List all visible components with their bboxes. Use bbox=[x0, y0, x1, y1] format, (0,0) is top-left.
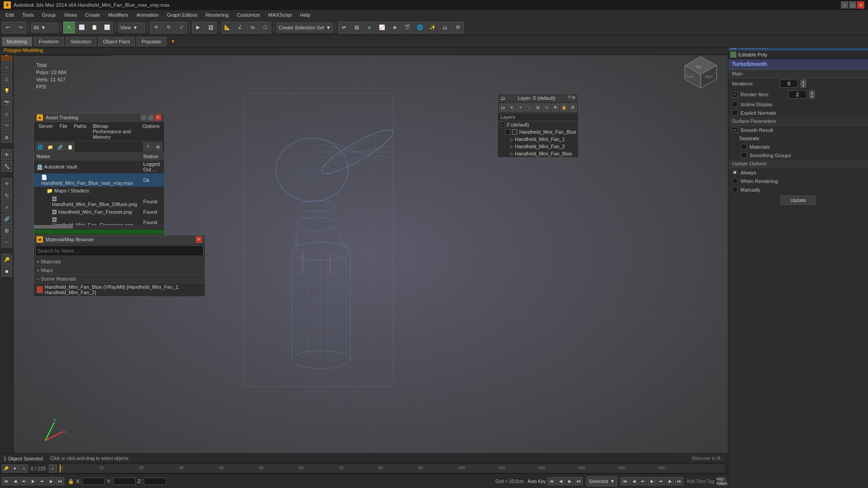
layer-btn-4[interactable]: ↓ bbox=[525, 103, 533, 112]
viewport-dropdown[interactable]: View ▼ bbox=[118, 23, 145, 33]
tab-selection[interactable]: Selection bbox=[66, 37, 96, 46]
tab-modeling[interactable]: Modeling bbox=[2, 37, 32, 46]
redo-button[interactable]: ↪ bbox=[14, 22, 26, 33]
timeline-track[interactable]: 0 10 20 30 40 50 60 70 80 90 100 110 120… bbox=[60, 465, 724, 473]
select-button[interactable]: ↖ bbox=[63, 22, 75, 33]
close-button[interactable]: ✕ bbox=[857, 1, 864, 9]
modifier-editable-poly[interactable]: Editable Poly bbox=[728, 51, 868, 59]
scale-button[interactable]: ⤢ bbox=[175, 22, 187, 33]
asset-row-maps[interactable]: 📁 Maps / Shaders bbox=[34, 187, 164, 195]
key-btn-2[interactable]: ◀ bbox=[557, 477, 565, 485]
auto-key-mode[interactable]: ⏺ bbox=[1, 266, 12, 277]
layer-item-2[interactable]: ▷ Handheld_Mini_Fan_1 bbox=[498, 136, 578, 143]
play-end[interactable]: ⏭ bbox=[56, 477, 64, 485]
align-button[interactable]: ▤ bbox=[351, 22, 363, 33]
asset-minimize-btn[interactable]: – bbox=[141, 114, 147, 121]
display-tool[interactable]: 👁 bbox=[1, 149, 12, 160]
select-region-button[interactable]: ⬜ bbox=[76, 22, 88, 33]
anim-btn-5[interactable]: ➡ bbox=[657, 477, 665, 485]
select-by-name-button[interactable]: 📋 bbox=[89, 22, 100, 33]
systems-tool[interactable]: ⚙ bbox=[1, 132, 12, 143]
asset-menu-server[interactable]: Server bbox=[36, 123, 56, 140]
tab-populate[interactable]: Populate bbox=[137, 37, 166, 46]
asset-menu-file[interactable]: File bbox=[57, 123, 70, 140]
tab-object-paint[interactable]: Object Paint bbox=[98, 37, 135, 46]
navigation-cube[interactable]: Top Right Front bbox=[683, 54, 719, 90]
layer-btn-8[interactable]: 🔒 bbox=[560, 103, 568, 112]
ts-iterations-input[interactable] bbox=[780, 80, 798, 88]
layer-btn-1[interactable]: 🗂 bbox=[499, 103, 507, 112]
asset-row-max[interactable]: 📄 Handheld_Mini_Fan_Blue_max_vray.max Ok bbox=[34, 174, 164, 187]
spinner-snap[interactable]: ⬡ bbox=[259, 22, 271, 33]
asset-menu-paths[interactable]: Paths bbox=[71, 123, 89, 140]
spacewarps-tool[interactable]: 〜 bbox=[1, 120, 12, 131]
asset-tb-help[interactable]: ? bbox=[143, 142, 152, 151]
layer-btn-5[interactable]: ⊞ bbox=[534, 103, 542, 112]
selected-dropdown[interactable]: Selected ▼ bbox=[586, 476, 617, 486]
minimize-button[interactable]: – bbox=[841, 1, 848, 9]
layer-btn-3[interactable]: + bbox=[517, 103, 524, 112]
ts-render-iters-up[interactable]: ▲ bbox=[809, 90, 815, 94]
layer-item-1[interactable]: Handheld_Mini_Fan_Blue bbox=[498, 128, 578, 136]
mat-scene-section[interactable]: – Scene Materials bbox=[34, 275, 205, 283]
asset-tb-1[interactable]: 🌐 bbox=[36, 142, 45, 151]
anim-btn-3[interactable]: ⬅ bbox=[639, 477, 647, 485]
anim-btn-4[interactable]: ▶ bbox=[648, 477, 656, 485]
asset-tb-settings[interactable]: ⚙ bbox=[153, 142, 162, 151]
utilities-tool[interactable]: 🔧 bbox=[1, 161, 12, 172]
tl-next[interactable]: > bbox=[49, 465, 57, 473]
percent-snap[interactable]: % bbox=[247, 22, 259, 33]
render-frame-button[interactable]: 🖼 bbox=[205, 22, 217, 33]
layers-help-icon[interactable]: ? bbox=[568, 95, 571, 101]
mirror-button[interactable]: ⇌ bbox=[338, 22, 350, 33]
mat-item-handheld[interactable]: Handheld_Mini_Fan_Blue (VRayMtl) [Handhe… bbox=[34, 283, 205, 296]
ts-iterations-up[interactable]: ▲ bbox=[801, 80, 806, 84]
layer-manager-button[interactable]: ≡ bbox=[363, 22, 375, 33]
bind-spacewarp[interactable]: 〰 bbox=[1, 237, 12, 248]
ts-isoline-check[interactable] bbox=[732, 101, 738, 107]
maximize-button[interactable]: □ bbox=[849, 1, 856, 9]
next-key[interactable]: ➡ bbox=[38, 477, 46, 485]
menu-views[interactable]: Views bbox=[60, 11, 80, 19]
tl-key-filters[interactable]: 🔑 bbox=[2, 465, 10, 473]
graph-editors-button[interactable]: 📈 bbox=[376, 22, 388, 33]
layer-btn-2[interactable]: ✕ bbox=[508, 103, 515, 112]
anim-btn-1[interactable]: ⏮ bbox=[621, 477, 629, 485]
mat-materials-section[interactable]: + Materials bbox=[34, 258, 205, 266]
layer-item-4[interactable]: ▷ Handheld_Mini_Fan_Blue bbox=[498, 150, 578, 157]
mat-maps-section[interactable]: + Maps bbox=[34, 266, 205, 275]
asset-tb-3[interactable]: 🔗 bbox=[56, 142, 65, 151]
lights-tool[interactable]: 💡 bbox=[1, 85, 12, 96]
ts-explicit-normals-check[interactable] bbox=[732, 110, 738, 116]
ts-materials-check[interactable] bbox=[741, 144, 747, 150]
menu-animation[interactable]: Animation bbox=[133, 11, 162, 19]
y-input[interactable] bbox=[113, 478, 136, 485]
move-button[interactable]: ✛ bbox=[150, 22, 162, 33]
render-scene-button[interactable]: 🎬 bbox=[401, 22, 413, 33]
ts-update-button[interactable]: Update bbox=[781, 196, 816, 205]
snap-toggle[interactable]: 📐 bbox=[222, 22, 233, 33]
tl-filters[interactable]: ▼ bbox=[11, 465, 19, 473]
key-btn-4[interactable]: ⏭ bbox=[575, 477, 583, 485]
shapes-tool[interactable]: △ bbox=[1, 73, 12, 84]
environment-button[interactable]: 🌐 bbox=[414, 22, 426, 33]
asset-menu-bitmap[interactable]: Bitmap Performance and Memory bbox=[90, 123, 139, 140]
ts-render-iters-input[interactable] bbox=[788, 90, 807, 99]
asset-menu-options[interactable]: Options bbox=[140, 123, 162, 140]
geometry-tool[interactable]: ○ bbox=[1, 61, 12, 72]
next-frame[interactable]: ▶ bbox=[47, 477, 55, 485]
layer-btn-9[interactable]: ⚙ bbox=[569, 103, 577, 112]
layers-close-icon[interactable]: ✕ bbox=[571, 95, 576, 101]
anim-btn-7[interactable]: ⏭ bbox=[675, 477, 683, 485]
prev-frame[interactable]: ◀ bbox=[11, 477, 19, 485]
menu-customize[interactable]: Customize bbox=[233, 11, 264, 19]
mat-close-btn[interactable]: ✕ bbox=[196, 236, 202, 243]
ts-render-iters-down[interactable]: ▼ bbox=[809, 94, 815, 99]
layer-btn-7[interactable]: 👁 bbox=[552, 103, 559, 112]
key-filters-btn[interactable]: Key Filters bbox=[718, 477, 726, 485]
undo-button[interactable]: ↩ bbox=[2, 22, 14, 33]
play-start[interactable]: ⏮ bbox=[2, 477, 10, 485]
render-button[interactable]: ▶ bbox=[192, 22, 204, 33]
menu-tools[interactable]: Tools bbox=[19, 11, 38, 19]
key-btn-3[interactable]: ▶ bbox=[566, 477, 574, 485]
